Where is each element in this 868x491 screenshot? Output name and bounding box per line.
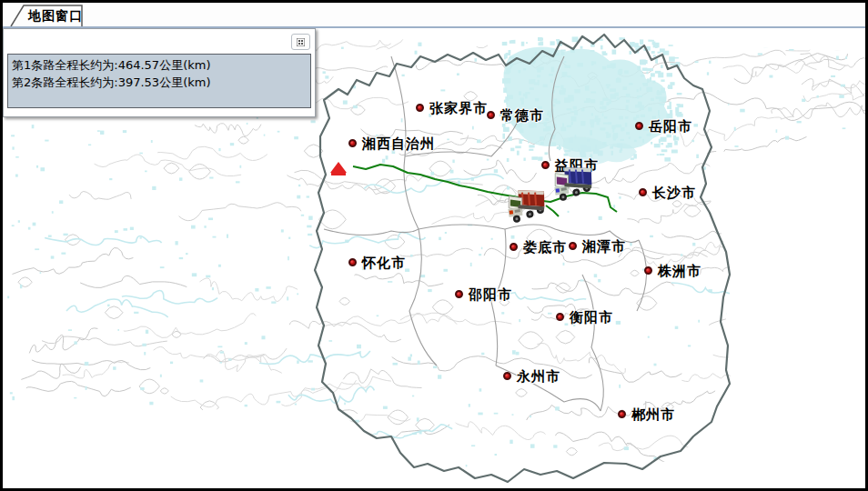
route-1-length: 第1条路全程长约为:464.57公里(km) xyxy=(12,56,307,74)
city-label: 邵阳市 xyxy=(469,286,512,304)
route-info-panel: 第1条路全程长约为:464.57公里(km) 第2条路全程长约为:397.53公… xyxy=(3,28,316,117)
city-marker xyxy=(639,188,647,196)
city-marker xyxy=(455,290,463,298)
route-2-length: 第2条路全程长约为:397.53公里(km) xyxy=(12,74,307,91)
route-start-triangle-icon xyxy=(330,162,347,175)
city-label: 张家界市 xyxy=(429,100,488,117)
city-marker xyxy=(644,266,652,275)
window-body: 地图窗口 xyxy=(3,3,865,488)
city-marker xyxy=(635,122,643,130)
tab-map-window[interactable]: 地图窗口 xyxy=(10,5,83,26)
city-marker xyxy=(618,410,626,418)
truck-red-icon xyxy=(506,185,548,225)
city-marker xyxy=(487,111,495,119)
city-label: 株洲市 xyxy=(658,263,701,280)
city-label: 湘潭市 xyxy=(582,238,626,256)
city-label: 郴州市 xyxy=(631,406,675,424)
city-label: 湘西自治州 xyxy=(362,135,435,153)
city-label: 怀化市 xyxy=(362,255,406,272)
city-marker xyxy=(416,104,424,112)
tab-label: 地图窗口 xyxy=(28,8,83,25)
city-label: 岳阳市 xyxy=(649,118,692,135)
map-canvas[interactable]: 湘西自治州张家界市常德市岳阳市益阳市长沙市娄底市湘潭市株洲市怀化市邵阳市衡阳市永… xyxy=(3,26,865,488)
city-label: 衡阳市 xyxy=(570,309,613,326)
tab-bar: 地图窗口 xyxy=(3,3,865,26)
city-marker xyxy=(348,258,357,266)
city-label: 常德市 xyxy=(500,107,544,125)
city-marker xyxy=(348,139,357,147)
panel-close-button[interactable] xyxy=(291,34,310,50)
city-marker xyxy=(569,242,577,250)
city-label: 长沙市 xyxy=(652,185,696,202)
city-marker xyxy=(556,313,564,321)
city-marker xyxy=(541,161,550,169)
close-icon xyxy=(297,38,305,46)
truck-blue-icon xyxy=(551,163,595,205)
route-length-text: 第1条路全程长约为:464.57公里(km) 第2条路全程长约为:397.53公… xyxy=(7,54,311,108)
city-marker xyxy=(503,372,511,380)
app-window: 地图窗口 xyxy=(0,0,868,491)
city-label: 娄底市 xyxy=(523,239,567,256)
city-marker xyxy=(510,243,518,251)
city-label: 永州市 xyxy=(517,368,560,386)
